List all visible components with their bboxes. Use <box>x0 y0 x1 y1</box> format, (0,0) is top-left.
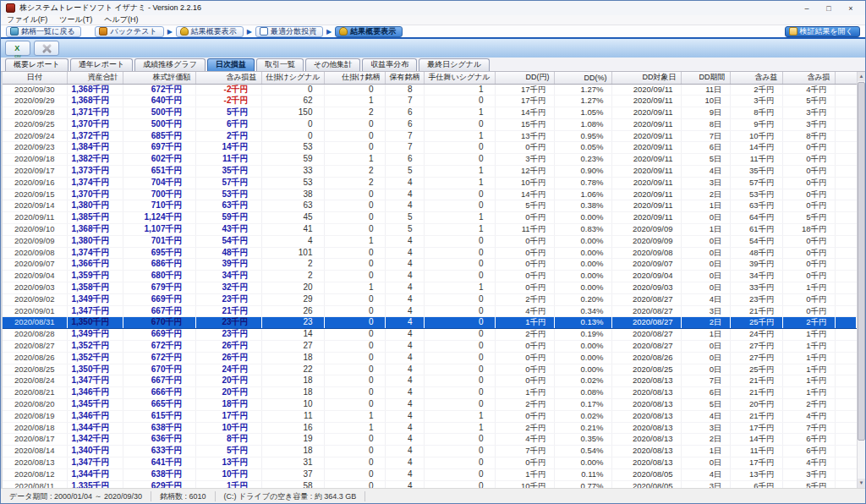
table-row[interactable]: 2020/09/301,368千円672千円-2千円008117千円1.27%2… <box>3 84 857 96</box>
cell-dd-date: 2020/08/13 <box>611 446 681 457</box>
table-row[interactable]: 2020/09/041,359千円680千円34千円20400千円0.00%20… <box>3 271 857 282</box>
cell-unrealized-pl: 6千円 <box>195 118 261 130</box>
table-row[interactable]: 2020/09/171,373千円651千円35千円3325112千円0.90%… <box>3 166 857 178</box>
cell-stock-value: 669千円 <box>123 293 195 305</box>
column-header-entry-stocks[interactable]: 仕掛け銘柄 <box>324 72 385 84</box>
table-row[interactable]: 2020/09/021,349千円669千円23千円290402千円0.20%2… <box>3 293 857 305</box>
tab-performance-graph[interactable]: 成績推移グラフ <box>134 58 206 71</box>
cell-asset-total: 1,373千円 <box>67 166 123 178</box>
table-row[interactable]: 2020/08/241,347千円667千円20千円180400千円0.02%2… <box>3 375 857 387</box>
column-header-dd-pct[interactable]: DD(%) <box>554 72 611 84</box>
cell-dd-pct: 0.00% <box>554 259 611 271</box>
cell-entry-stocks: 0 <box>324 375 385 387</box>
table-row[interactable]: 2020/08/121,344千円638千円10千円370401千円0.11%2… <box>3 468 857 480</box>
step-result-summary-active-label: 結果概要表示 <box>350 26 396 37</box>
cell-held-stocks: 4 <box>385 189 424 200</box>
settings-tools-button[interactable] <box>34 41 59 56</box>
table-row[interactable]: 2020/08/191,346千円615千円17千円111410千円0.02%2… <box>3 410 857 422</box>
column-header-unrealized-pl[interactable]: 含み損益 <box>195 72 261 84</box>
status-data-period: データ期間 : 2000/01/04 ～ 2020/09/30 <box>1 491 151 501</box>
vertical-scrollbar[interactable]: ▲ ▼ <box>857 72 865 488</box>
table-row[interactable]: 2020/09/291,368千円640千円-2千円6217017千円1.27%… <box>3 96 857 107</box>
table-row[interactable]: 2020/09/111,385千円1,124千円59千円450510千円0.00… <box>3 212 857 224</box>
cell-date: 2020/09/03 <box>3 282 67 294</box>
step-result-summary-active-button[interactable]: 結果概要表示 <box>335 26 403 37</box>
table-row[interactable]: 2020/08/141,340千円633千円5千円180407千円0.54%20… <box>3 446 857 457</box>
cell-dd-period: 11日 <box>681 84 730 96</box>
cell-dd-yen: 2千円 <box>495 293 554 305</box>
table-row[interactable]: 2020/08/271,352千円672千円26千円270400千円0.00%2… <box>3 341 857 353</box>
table-row[interactable]: 2020/09/241,372千円685千円2千円007113千円0.95%20… <box>3 130 857 142</box>
column-header-asset-total[interactable]: 資産合計 <box>67 72 123 84</box>
cell-entry-signals: 2 <box>261 271 324 282</box>
status-bar: データ期間 : 2000/01/04 ～ 2020/09/30 銘柄数 : 60… <box>1 488 865 503</box>
table-row[interactable]: 2020/08/211,346千円666千円20千円180401千円0.08%2… <box>3 387 857 399</box>
tab-return-distribution[interactable]: 収益率分布 <box>362 58 417 71</box>
tab-last-day-signals[interactable]: 最終日シグナル <box>419 58 490 71</box>
table-row[interactable]: 2020/09/031,358千円679千円32千円201410千円0.00%2… <box>3 282 857 294</box>
scrollbar-thumb[interactable] <box>858 82 865 441</box>
column-header-dd-period[interactable]: DD期間 <box>681 72 730 84</box>
column-header-unrealized-loss[interactable]: 含み損 <box>782 72 835 84</box>
backtest-icon <box>99 27 107 36</box>
column-header-exit-signals[interactable]: 手仕舞いシグナル <box>424 72 495 84</box>
table-row[interactable]: 2020/09/281,371千円500千円5千円15026114千円1.05%… <box>3 107 857 119</box>
step-result-summary-button[interactable]: 結果概要表示 <box>176 26 244 37</box>
column-header-unrealized-gain[interactable]: 含み益 <box>730 72 782 84</box>
cell-unrealized-loss: 5千円 <box>782 212 835 224</box>
back-to-stock-list-button[interactable]: 銘柄一覧に戻る <box>6 26 81 37</box>
minimize-icon[interactable]: – <box>796 4 818 13</box>
column-header-dd-date[interactable]: DD対象日 <box>611 72 681 84</box>
cell-dd-yen: 4千円 <box>495 305 554 317</box>
tab-other-aggregates[interactable]: その他集計 <box>305 58 360 71</box>
tab-daily-pl[interactable]: 日次損益 <box>207 58 255 71</box>
cell-entry-stocks: 0 <box>324 189 385 200</box>
cell-dd-yen: 0千円 <box>495 341 554 353</box>
table-row[interactable]: 2020/08/131,347千円641千円13千円310400千円0.00%2… <box>3 457 857 469</box>
table-row[interactable]: 2020/09/141,380千円710千円63千円630405千円0.38%2… <box>3 200 857 212</box>
cell-dd-period: 0日 <box>681 282 730 294</box>
export-csv-button[interactable]: Xcsv <box>5 41 30 56</box>
table-row[interactable]: 2020/09/091,380千円701千円54千円41400千円0.00%20… <box>3 235 857 247</box>
tab-annual-report[interactable]: 通年レポート <box>70 58 134 71</box>
table-row[interactable]: 2020/08/171,342千円636千円8千円190404千円0.35%20… <box>3 434 857 446</box>
table-row[interactable]: 2020/08/281,349千円669千円23千円140402千円0.19%2… <box>3 329 857 341</box>
table-row[interactable]: 2020/09/071,366千円686千円39千円20400千円0.00%20… <box>3 259 857 271</box>
table-row[interactable]: 2020/08/311,350千円670千円23千円230401千円0.13%2… <box>3 317 857 329</box>
table-row[interactable]: 2020/09/081,374千円695千円48千円1010400千円0.00%… <box>3 247 857 259</box>
step-optimize-diversify-button[interactable]: 最適分散投資 <box>255 26 323 37</box>
column-header-entry-signals[interactable]: 仕掛けシグナル <box>261 72 324 84</box>
menu-tools[interactable]: ツール(T) <box>53 14 98 25</box>
column-header-held-stocks[interactable]: 保有銘柄 <box>385 72 424 84</box>
table-row[interactable]: 2020/08/111,335千円629千円1千円5804010千円0.77%2… <box>3 480 857 488</box>
cell-stock-value: 695千円 <box>123 247 195 259</box>
scroll-up-icon[interactable]: ▲ <box>858 72 865 81</box>
table-row[interactable]: 2020/08/181,344千円638千円10千円161412千円0.21%2… <box>3 422 857 434</box>
open-verification-result-button[interactable]: 検証結果を開く <box>785 26 860 37</box>
close-icon[interactable]: × <box>840 4 862 13</box>
cell-held-stocks: 4 <box>385 468 424 480</box>
table-row[interactable]: 2020/09/161,374千円704千円57千円5324110千円0.78%… <box>3 177 857 189</box>
menu-file[interactable]: ファイル(F) <box>1 14 53 25</box>
tab-summary-report[interactable]: 概要レポート <box>5 58 69 71</box>
table-row[interactable]: 2020/09/011,347千円667千円21千円260404千円0.34%2… <box>3 305 857 317</box>
column-header-dd-yen[interactable]: DD(円) <box>495 72 554 84</box>
menu-help[interactable]: ヘルプ(H) <box>98 14 144 25</box>
step-backtest-button[interactable]: バックテスト <box>95 26 163 37</box>
cell-entry-stocks: 0 <box>324 293 385 305</box>
column-header-stock-value[interactable]: 株式評価額 <box>123 72 195 84</box>
cell-dd-period: 9日 <box>681 107 730 119</box>
tab-trade-list[interactable]: 取引一覧 <box>256 58 304 71</box>
table-row[interactable]: 2020/09/231,384千円697千円14千円530700千円0.05%2… <box>3 142 857 154</box>
table-row[interactable]: 2020/08/201,345千円665千円18千円100402千円0.17%2… <box>3 399 857 411</box>
table-row[interactable]: 2020/09/251,370千円500千円6千円006015千円1.08%20… <box>3 118 857 130</box>
maximize-icon[interactable]: □ <box>818 4 840 13</box>
table-row[interactable]: 2020/09/101,368千円1,107千円43千円4105111千円0.8… <box>3 224 857 236</box>
cell-filler <box>835 399 857 411</box>
table-row[interactable]: 2020/08/251,350千円670千円24千円220400千円0.00%2… <box>3 364 857 375</box>
scroll-down-icon[interactable]: ▼ <box>858 479 865 488</box>
table-row[interactable]: 2020/09/151,370千円700千円53千円3804014千円1.06%… <box>3 189 857 200</box>
table-row[interactable]: 2020/09/181,382千円602千円11千円591603千円0.23%2… <box>3 154 857 166</box>
column-header-date[interactable]: 日付 <box>3 72 67 84</box>
table-row[interactable]: 2020/08/261,352千円672千円26千円180400千円0.00%2… <box>3 352 857 364</box>
